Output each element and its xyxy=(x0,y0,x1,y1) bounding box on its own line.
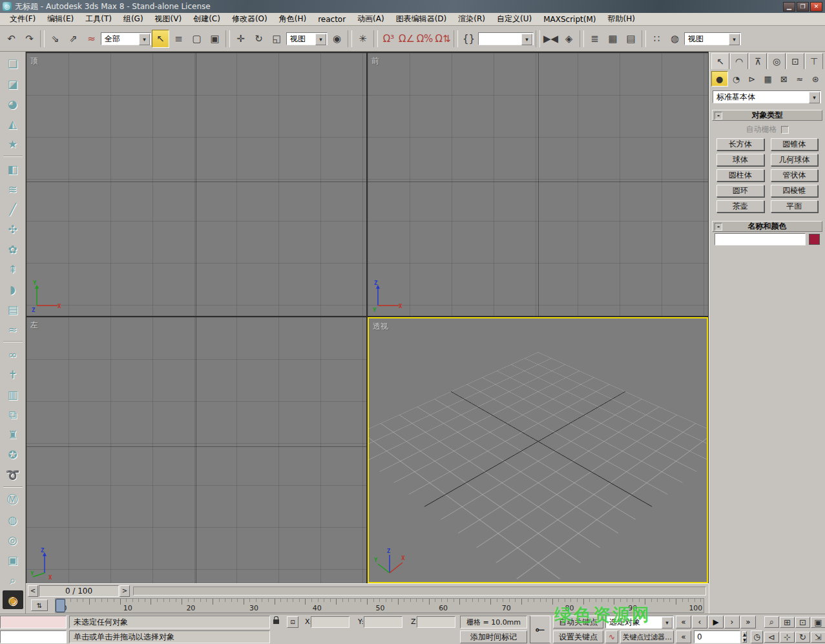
track-bar[interactable] xyxy=(133,587,706,596)
pan-button[interactable]: ⊹ xyxy=(780,632,795,643)
menu-item[interactable]: 修改器(O) xyxy=(226,12,273,26)
marker-pen-icon[interactable]: ╱ xyxy=(3,200,23,218)
subtab-systems[interactable]: ⊛ xyxy=(808,71,823,87)
layer-manager-button[interactable]: ≣ xyxy=(586,30,603,48)
primitive-category-dropdown[interactable]: 标准基本体 xyxy=(713,90,821,103)
key-mode-dropdown[interactable]: 选定对象 xyxy=(605,616,674,628)
menu-item[interactable]: 角色(H) xyxy=(273,12,312,26)
snap-toggle-3d-button[interactable]: Ω³ xyxy=(380,30,397,48)
select-and-link-button[interactable]: ⇘ xyxy=(47,30,64,48)
go-to-frame-button[interactable]: « xyxy=(676,630,691,643)
name-color-rollout-header[interactable]: - 名称和颜色 xyxy=(712,221,822,232)
tab-motion[interactable]: ◎ xyxy=(768,53,786,69)
material-shirt-icon[interactable]: Ⓜ xyxy=(3,490,23,509)
maximize-button[interactable]: ❐ xyxy=(797,2,809,12)
menu-item[interactable]: 动画(A) xyxy=(351,12,390,26)
subtab-cameras[interactable]: ▦ xyxy=(760,71,776,87)
set-keys-key-button[interactable]: ⊸ xyxy=(530,616,550,643)
named-selection-sets-combo[interactable] xyxy=(478,32,534,45)
tab-create[interactable]: ↖ xyxy=(711,53,729,69)
gear-icon[interactable]: ✿ xyxy=(3,240,23,258)
select-and-move-button[interactable]: ✛ xyxy=(232,30,249,48)
schematic-view-button[interactable]: ▤ xyxy=(622,30,640,48)
x-coordinate-field[interactable] xyxy=(311,616,350,628)
clothing-icon[interactable]: ◪ xyxy=(3,74,23,93)
key-filter-curve-toggle[interactable]: ∿ xyxy=(605,630,618,643)
menu-item[interactable]: 工具(T) xyxy=(79,12,118,26)
horn-icon[interactable]: ➰ xyxy=(3,465,23,484)
menu-item[interactable]: 自定义(U) xyxy=(491,12,538,26)
time-configuration-button[interactable]: ◷ xyxy=(751,630,763,643)
viewport-perspective[interactable]: 透视 Z Y X xyxy=(368,317,708,583)
redo-button[interactable]: ↷ xyxy=(21,30,38,48)
minimize-button[interactable]: ▁ xyxy=(783,2,795,12)
primitive-button[interactable]: 平面 xyxy=(771,200,819,213)
time-slider-prev-button[interactable]: < xyxy=(28,585,38,597)
bind-to-space-warp-button[interactable]: ≈ xyxy=(83,30,100,48)
angle-snap-button[interactable]: Ω∠ xyxy=(398,30,415,48)
autogrid-checkbox[interactable] xyxy=(781,126,789,134)
subtab-lights[interactable]: ⊳ xyxy=(744,71,760,87)
tab-hierarchy[interactable]: ⊼ xyxy=(749,53,767,69)
viewport-front-label[interactable]: 前 xyxy=(371,56,379,67)
selection-filter-combo[interactable]: 全部 xyxy=(101,32,151,45)
zoom-extents-button[interactable]: ⊡ xyxy=(795,617,810,628)
waves-icon[interactable]: ≈ xyxy=(3,320,23,338)
primitive-button[interactable]: 茶壶 xyxy=(716,200,764,213)
edit-named-selection-sets-button[interactable]: {} xyxy=(460,30,477,48)
select-object-button[interactable]: ↖ xyxy=(152,30,169,48)
object-name-input[interactable] xyxy=(715,233,806,245)
title-bar[interactable]: ◎ 无标题 - Autodesk 3ds Max 8 - Stand-alone… xyxy=(0,0,825,13)
select-and-rotate-button[interactable]: ↻ xyxy=(250,30,267,48)
zoom-all-button[interactable]: ⊞ xyxy=(780,617,795,628)
use-pivot-point-button[interactable]: ◉ xyxy=(328,30,346,48)
viewport-top-label[interactable]: 顶 xyxy=(30,56,38,67)
render-zoom-icon[interactable]: ⌕ xyxy=(3,570,23,589)
maxscript-mini-listener-script-row[interactable] xyxy=(0,630,67,643)
primitive-button[interactable]: 几何球体 xyxy=(771,154,819,166)
biped-figure-icon[interactable]: ✝ xyxy=(3,365,23,384)
time-slider-next-button[interactable]: > xyxy=(120,585,130,597)
checker-box-icon[interactable]: ◧ xyxy=(3,160,23,178)
absolute-offset-mode-toggle[interactable]: ⊡ xyxy=(287,616,298,628)
selection-lock-toggle[interactable] xyxy=(273,617,279,624)
select-and-manipulate-button[interactable]: ✳ xyxy=(354,30,371,48)
key-filters-button[interactable]: 关键点过滤器... xyxy=(620,630,674,643)
viewport-perspective-label[interactable]: 透视 xyxy=(373,321,388,332)
mirror-button[interactable]: ▶◀ xyxy=(542,30,559,48)
menu-item[interactable]: 图表编辑器(D) xyxy=(390,12,453,26)
y-coordinate-field[interactable] xyxy=(364,616,402,628)
time-slider-value[interactable]: 0 / 100 xyxy=(39,585,119,597)
play-button[interactable]: ▶ xyxy=(708,616,724,628)
plate-icon[interactable]: ▥ xyxy=(3,385,23,404)
current-frame-field[interactable]: 0 xyxy=(694,630,740,643)
tab-modify[interactable]: ◠ xyxy=(730,53,748,69)
spinner-down-icon[interactable]: ▼ xyxy=(742,637,747,643)
z-coordinate-field[interactable] xyxy=(417,616,455,628)
subtab-shapes[interactable]: ◔ xyxy=(729,71,744,87)
weathervane-icon[interactable]: ⇞ xyxy=(3,260,23,278)
arc-rotate-button[interactable]: ↻ xyxy=(795,632,810,643)
viewport-left-label[interactable]: 左 xyxy=(30,320,38,331)
primitive-button[interactable]: 长方体 xyxy=(716,138,764,151)
select-by-name-button[interactable]: ≡ xyxy=(170,30,187,48)
menu-item[interactable]: 帮助(H) xyxy=(601,12,640,26)
curve-editor-button[interactable]: ▦ xyxy=(604,30,621,48)
tab-display[interactable]: ⊡ xyxy=(786,53,804,69)
add-time-tag-button[interactable]: 添加时间标记 xyxy=(460,630,527,643)
linked-cubes-icon[interactable]: ⧉ xyxy=(3,405,23,424)
time-slider-handle[interactable] xyxy=(56,599,65,612)
zoom-extents-all-button[interactable]: ▣ xyxy=(811,617,825,628)
menu-item[interactable]: 文件(F) xyxy=(4,12,41,26)
ball-icon[interactable]: ◕ xyxy=(3,94,23,113)
springs-icon[interactable]: ≋ xyxy=(3,180,23,198)
object-type-rollout-header[interactable]: - 对象类型 xyxy=(712,110,822,121)
primitive-button[interactable]: 圆环 xyxy=(716,185,764,197)
primitives-boxes-icon[interactable]: ❏ xyxy=(3,54,23,73)
tab-utilities[interactable]: ⊤ xyxy=(805,53,823,69)
menu-item[interactable]: reactor xyxy=(312,14,351,25)
render-preset-combo[interactable]: 视图 xyxy=(684,32,741,45)
menu-item[interactable]: 创建(C) xyxy=(187,12,226,26)
stone-slabs-icon[interactable]: ▤ xyxy=(3,300,23,318)
menu-item[interactable]: MAXScript(M) xyxy=(538,14,601,25)
